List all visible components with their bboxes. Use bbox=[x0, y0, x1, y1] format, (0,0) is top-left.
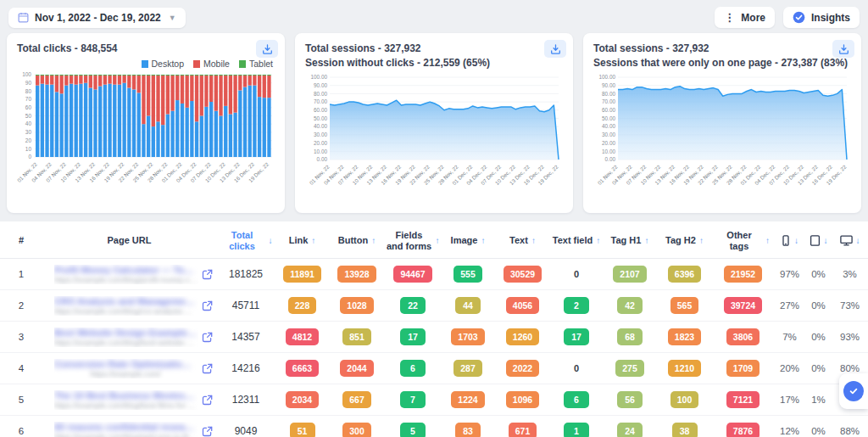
insights-button[interactable]: Insights bbox=[783, 7, 860, 28]
page-url-text[interactable]: Conversion Rate Optimization Tools — Too… bbox=[54, 359, 197, 378]
col-header-textfield[interactable]: Text field↑ bbox=[550, 235, 603, 246]
page-title-blurred[interactable]: Profit Money Calculator — Tools bbox=[54, 265, 197, 275]
total-clicks-value: 14216 bbox=[216, 362, 275, 374]
external-link-icon[interactable] bbox=[202, 300, 213, 311]
col-header-label: Tag H2 bbox=[665, 235, 696, 246]
col-header-image[interactable]: Image↑ bbox=[441, 235, 495, 246]
col-header-h1[interactable]: Tag H1↑ bbox=[603, 235, 657, 246]
col-header-text[interactable]: Text↑ bbox=[495, 235, 550, 246]
external-link-icon[interactable] bbox=[202, 363, 213, 374]
sort-up-icon: ↑ bbox=[596, 236, 600, 246]
sort-up-icon: ↑ bbox=[531, 236, 536, 246]
row-rank: 1 bbox=[0, 269, 42, 279]
page-url-text[interactable]: CRO Analysis and Management Guide — Tool… bbox=[54, 296, 198, 316]
svg-text:20: 20 bbox=[25, 137, 32, 143]
page-title-blurred[interactable]: The 10 Best Business Movies Entrepreneur… bbox=[54, 390, 197, 401]
more-button-label: More bbox=[741, 12, 765, 24]
pages-table: #Page URLTotal clicks↓Link↑Button↑Fields… bbox=[0, 221, 868, 437]
download-button[interactable] bbox=[256, 40, 278, 58]
count-badge: 83 bbox=[455, 423, 481, 437]
count-badge: 667 bbox=[342, 391, 371, 408]
one-page-sessions-title: Sessions that were only on one page - 27… bbox=[593, 56, 851, 70]
page-url-cell: Best Website Design Examples — Tools htt… bbox=[42, 328, 216, 347]
external-link-icon[interactable] bbox=[202, 269, 213, 280]
col-header-label: Link bbox=[289, 235, 309, 246]
count-badge: 21952 bbox=[724, 266, 762, 283]
button-value: 300 bbox=[329, 423, 385, 437]
page-url-cell: Conversion Rate Optimization Tools — Too… bbox=[42, 359, 216, 378]
col-header-pd[interactable]: ↓ bbox=[832, 235, 868, 246]
count-badge: 1260 bbox=[506, 328, 539, 345]
page-url-blurred: https://example.com/ bbox=[54, 370, 197, 378]
svg-text:80.00: 80.00 bbox=[314, 90, 327, 96]
col-header-pm[interactable]: ↓ bbox=[774, 235, 805, 246]
col-header-clicks[interactable]: Total clicks↓ bbox=[216, 230, 275, 251]
mobile-percent: 27% bbox=[774, 300, 805, 311]
page-url-text[interactable]: Best Website Design Examples — Tools htt… bbox=[54, 328, 198, 347]
text-value: 1260 bbox=[495, 328, 550, 345]
count-badge: 38 bbox=[672, 423, 698, 437]
col-header-pt[interactable]: ↓ bbox=[805, 235, 832, 246]
col-header-button[interactable]: Button↑ bbox=[329, 235, 385, 246]
fields-value: 17 bbox=[385, 328, 441, 345]
legend-swatch bbox=[193, 60, 200, 68]
download-button[interactable] bbox=[832, 40, 854, 58]
svg-text:0: 0 bbox=[28, 154, 31, 160]
legend-swatch bbox=[239, 60, 246, 68]
legend-label: Desktop bbox=[152, 59, 185, 69]
calendar-icon bbox=[18, 12, 29, 23]
count-badge: 13928 bbox=[337, 266, 376, 283]
h2-value: 1823 bbox=[657, 328, 712, 345]
page-url-text[interactable]: Profit Money Calculator — Tools https://… bbox=[54, 265, 198, 284]
svg-text:70.00: 70.00 bbox=[314, 98, 327, 104]
page-title-blurred[interactable]: 60 reasons confidential research team ca… bbox=[54, 422, 197, 432]
col-header-label: Fields and forms bbox=[387, 230, 432, 251]
page-url-cell: CRO Analysis and Management Guide — Tool… bbox=[42, 296, 216, 316]
chevron-down-icon: ▼ bbox=[169, 14, 176, 22]
col-header-fields[interactable]: Fields and forms↑ bbox=[385, 230, 441, 251]
svg-text:70: 70 bbox=[25, 97, 32, 103]
legend-swatch bbox=[142, 60, 148, 68]
count-badge: 1823 bbox=[668, 328, 701, 345]
image-value: 83 bbox=[441, 423, 495, 437]
count-badge: 42 bbox=[617, 297, 643, 314]
more-button[interactable]: ⋮ More bbox=[715, 7, 775, 28]
download-button[interactable] bbox=[544, 40, 566, 58]
sort-up-icon: ↑ bbox=[311, 236, 315, 246]
external-link-icon[interactable] bbox=[202, 395, 213, 406]
legend-item-tablet: Tablet bbox=[239, 59, 273, 69]
svg-text:10.00: 10.00 bbox=[602, 148, 615, 154]
page-title-blurred[interactable]: CRO Analysis and Management Guide — Tool… bbox=[54, 296, 197, 306]
page-url-text[interactable]: The 10 Best Business Movies Entrepreneur… bbox=[54, 390, 198, 410]
floating-insights-button[interactable] bbox=[839, 373, 868, 409]
count-badge: 1096 bbox=[506, 391, 539, 408]
textfield-value: 0 bbox=[550, 363, 603, 373]
page-url-text[interactable]: 60 reasons confidential research team ca… bbox=[54, 422, 198, 437]
svg-text:40.00: 40.00 bbox=[602, 123, 615, 129]
page-title-blurred[interactable]: Best Website Design Examples — Tools bbox=[54, 328, 197, 338]
svg-text:60: 60 bbox=[25, 104, 32, 110]
mobile-percent: 20% bbox=[774, 363, 805, 373]
page-title-blurred[interactable]: Conversion Rate Optimization Tools — Too… bbox=[54, 359, 197, 369]
count-badge: 1709 bbox=[726, 360, 760, 377]
col-header-other[interactable]: Other tags↑ bbox=[712, 230, 774, 251]
col-header-label: Tag H1 bbox=[611, 235, 642, 246]
table-body: 1 Profit Money Calculator — Tools https:… bbox=[0, 259, 868, 437]
date-range-picker[interactable]: Nov 1, 2022 - Dec 19, 2022 ▼ bbox=[8, 8, 186, 28]
button-value: 2044 bbox=[329, 360, 385, 377]
textfield-value: 17 bbox=[550, 328, 603, 345]
other-value: 1709 bbox=[712, 360, 774, 377]
external-link-icon[interactable] bbox=[202, 332, 213, 343]
legend-item-desktop: Desktop bbox=[142, 59, 185, 69]
page-url-blurred: https://example.com/blog/best-films-for-… bbox=[54, 401, 198, 410]
clicks-stacked-bar-chart: 100908070605040302010001 Nov, 2204 Nov, … bbox=[17, 70, 275, 196]
count-badge: 275 bbox=[615, 360, 644, 377]
external-link-icon[interactable] bbox=[202, 426, 213, 437]
tablet-icon bbox=[810, 235, 821, 246]
sort-down-icon: ↓ bbox=[794, 236, 798, 246]
tablet-percent: 1% bbox=[805, 395, 832, 405]
clicks-chart-legend: DesktopMobileTablet bbox=[17, 59, 273, 69]
col-header-h2[interactable]: Tag H2↑ bbox=[657, 235, 712, 246]
table-row: 5 The 10 Best Business Movies Entreprene… bbox=[0, 384, 868, 416]
col-header-link[interactable]: Link↑ bbox=[275, 235, 329, 246]
